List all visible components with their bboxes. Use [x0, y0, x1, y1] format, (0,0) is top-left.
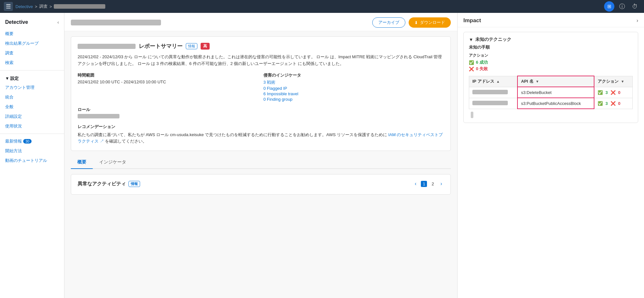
indicator-impossible-travel-link[interactable]: 6 Impossible travel	[263, 91, 444, 96]
breadcrumb-detective[interactable]: Detective	[15, 4, 33, 9]
success-icon: ✅	[469, 60, 474, 65]
layout-icon: ⊞	[607, 4, 611, 9]
badge-high: 高	[201, 43, 210, 50]
row1-api-cell: s3:DeleteBucket	[517, 87, 594, 98]
row2-ip-blurred	[472, 101, 508, 105]
impact-table: IP アドレス ▲ API 名 ▼ アクション ▼	[469, 76, 633, 109]
recommendation-section: レコメンデーション 私たちの調査に基づいて、私たちが AWS ロール cm-us…	[78, 124, 444, 145]
sidebar-divider-2	[0, 134, 64, 134]
archive-button[interactable]: アーカイブ	[372, 17, 405, 28]
report-grid: 時間範囲 2024/12/02 10:00 UTC - 2024/12/03 1…	[78, 72, 444, 119]
menu-icon[interactable]: ☰	[4, 2, 13, 11]
pagination: ‹ 1 2 ›	[413, 180, 444, 187]
technique-title: ▼ 未知のテクニック	[469, 37, 633, 42]
report-indicators-field: 侵害のインジケータ 3 戦術 0 Flagged IP 6 Impossible…	[263, 72, 444, 102]
download-button[interactable]: ⬇ ダウンロード	[409, 17, 451, 28]
right-panel-header: Impact ›	[458, 13, 644, 27]
main-area: アーカイブ ⬇ ダウンロード レポートサマリー 情報 高 2024/12/02 …	[64, 13, 457, 298]
sidebar-item-search[interactable]: 検索	[0, 58, 64, 68]
anomaly-badge-info: 情報	[128, 181, 140, 187]
row1-api-value: s3:DeleteBucket	[521, 90, 552, 95]
indicator-links: 3 戦術 0 Flagged IP 6 Impossible travel 0 …	[263, 79, 444, 102]
sidebar-header: Detective ‹	[0, 17, 64, 29]
technique-arrow: ▼	[469, 37, 473, 42]
sidebar-item-advanced[interactable]: 詳細設定	[0, 112, 64, 121]
row1-action-cell: ✅ 3 ❌ 0	[594, 87, 632, 98]
latest-info-badge: 30	[23, 139, 32, 144]
sort-api-icon[interactable]: ▼	[535, 79, 539, 83]
report-body: 2024/12/02 - 2024/12/03 から ロール についての異常な動…	[78, 54, 444, 67]
sidebar-item-general[interactable]: 全般	[0, 102, 64, 112]
sidebar-item-overview[interactable]: 概要	[0, 29, 64, 39]
breadcrumb-sep2: >	[50, 4, 52, 9]
report-title-blurred	[78, 44, 136, 49]
info-button[interactable]: ⓘ	[617, 1, 627, 12]
sidebar-title: Detective	[5, 19, 28, 25]
page-num-1[interactable]: 1	[421, 181, 427, 187]
report-summary-title: レポートサマリー	[139, 42, 183, 50]
next-page-button[interactable]: ›	[439, 180, 444, 187]
sidebar-divider-1	[0, 70, 64, 70]
layout-button[interactable]: ⊞	[604, 1, 614, 12]
badge-info: 情報	[186, 43, 197, 49]
row2-ip-cell	[469, 98, 518, 109]
right-panel-collapse-button[interactable]: ›	[637, 18, 638, 23]
top-nav-right: ⊞ ⓘ ⏱	[604, 1, 640, 12]
fail-icon: ❌	[469, 67, 474, 71]
content-area: レポートサマリー 情報 高 2024/12/02 - 2024/12/03 から…	[64, 31, 457, 298]
indicator-finding-group-link[interactable]: 0 Finding group	[263, 97, 444, 102]
row2-fail-num: 0	[618, 101, 620, 106]
anomaly-header-row: 異常なアクティビティ 情報 ‹ 1 2 ›	[78, 180, 444, 187]
sidebar-collapse-button[interactable]: ‹	[57, 20, 59, 25]
sidebar-item-finding-groups[interactable]: 検出結果グループ	[0, 39, 64, 48]
sidebar-item-investigation[interactable]: 調査	[0, 48, 64, 58]
sidebar-item-getting-started[interactable]: 開始方法	[0, 146, 64, 156]
table-row: s3:PutBucketPublicAccessBlock ✅ 3 ❌ 0	[469, 98, 633, 109]
info-icon: ⓘ	[619, 3, 625, 10]
anomaly-card: 異常なアクティビティ 情報 ‹ 1 2 ›	[71, 174, 451, 195]
prev-page-button[interactable]: ‹	[413, 180, 418, 187]
breadcrumb: Detective > 調査 >	[15, 4, 105, 9]
tab-overview[interactable]: 概要	[71, 156, 93, 169]
success-count: 6 成功	[476, 60, 488, 65]
role-value-blurred	[78, 114, 119, 118]
anomaly-title: 異常なアクティビティ 情報	[78, 181, 140, 187]
row1-ip-cell	[469, 87, 518, 98]
tab-indicators[interactable]: インジケータ	[93, 156, 133, 169]
page-num-2[interactable]: 2	[430, 181, 436, 187]
clock-button[interactable]: ⏱	[630, 1, 640, 12]
top-nav: ☰ Detective > 調査 > ⊞ ⓘ ⏱	[0, 0, 644, 13]
row1-success-icon: ✅	[598, 90, 603, 95]
report-time-field: 時間範囲 2024/12/02 10:00 UTC - 2024/12/03 1…	[78, 72, 258, 102]
right-panel-title: Impact	[463, 17, 481, 24]
breadcrumb-investigation[interactable]: 調査	[39, 4, 48, 9]
sidebar-item-integration[interactable]: 統合	[0, 92, 64, 102]
resize-handle[interactable]	[471, 112, 473, 118]
sidebar-item-tutorials[interactable]: 動画のチュートリアル	[0, 156, 64, 165]
page-title-blurred	[71, 20, 161, 25]
sidebar-item-latest[interactable]: 最新情報 30	[0, 136, 64, 146]
clock-icon: ⏱	[632, 3, 638, 10]
sort-ip-icon[interactable]: ▲	[496, 79, 500, 83]
sidebar-item-usage[interactable]: 使用状況	[0, 121, 64, 131]
row2-success-icon: ✅	[598, 101, 603, 106]
role-label: ロール	[78, 107, 258, 113]
role-value	[78, 114, 258, 119]
technique-section-title: 未知のテクニック	[475, 37, 511, 42]
sort-action-icon[interactable]: ▼	[621, 79, 624, 83]
report-summary-card: レポートサマリー 情報 高 2024/12/02 - 2024/12/03 から…	[71, 36, 451, 151]
tabs-row: 概要 インジケータ	[71, 156, 451, 169]
page-header-actions: アーカイブ ⬇ ダウンロード	[372, 17, 451, 28]
technique-card: ▼ 未知のテクニック 未知の手順 アクション ✅ 6 成功 ❌ 0 失敗	[463, 32, 638, 123]
right-panel-content: ▼ 未知のテクニック 未知の手順 アクション ✅ 6 成功 ❌ 0 失敗	[458, 27, 644, 127]
indicator-flaggedip-link[interactable]: 0 Flagged IP	[263, 86, 444, 91]
action-fail-row: ❌ 0 失敗	[469, 66, 633, 72]
download-icon: ⬇	[414, 20, 418, 25]
row1-ip-blurred	[472, 90, 508, 94]
indicator-tactics-link[interactable]: 3 戦術	[263, 79, 444, 85]
row1-fail-icon: ❌	[611, 90, 616, 95]
table-row: s3:DeleteBucket ✅ 3 ❌ 0	[469, 87, 633, 98]
resize-handle-area	[469, 112, 633, 118]
col-action-header: アクション ▼	[594, 76, 632, 87]
sidebar-item-account[interactable]: アカウント管理	[0, 83, 64, 92]
